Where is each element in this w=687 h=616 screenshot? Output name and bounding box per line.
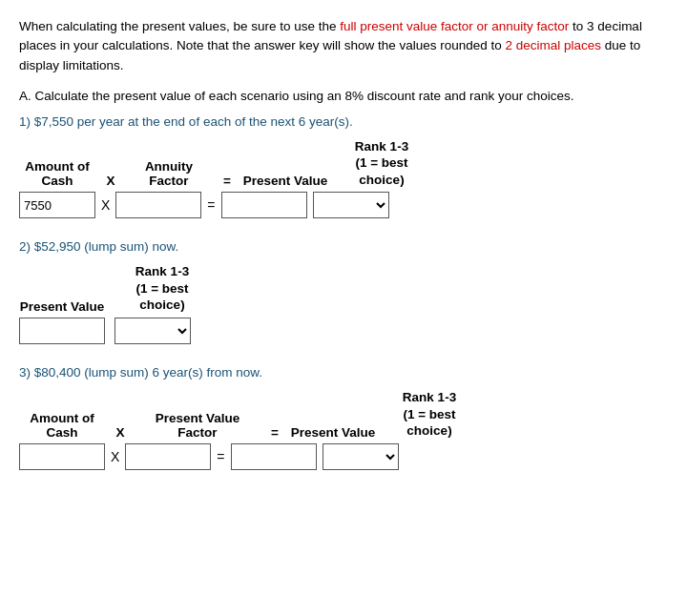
scenario-2-present-input[interactable] [19, 318, 105, 344]
scenario-2-inputs: 1 2 3 [19, 318, 668, 344]
scenario-1-present-input[interactable] [221, 192, 307, 218]
scenario-3-label: 3) $80,400 (lump sum) 6 year(s) from now… [19, 365, 668, 380]
scenario-1-annuity-input[interactable] [115, 192, 201, 218]
scenario-3-cash-input[interactable] [19, 443, 105, 470]
scenario-2-rank-select[interactable]: 1 2 3 [114, 318, 191, 344]
scenario-1-cash-input[interactable] [19, 192, 95, 218]
intro-highlight2: 2 decimal places [506, 38, 602, 52]
scenario-1-rank-select[interactable]: 1 2 3 [313, 192, 389, 218]
section-a-header: A. Calculate the present value of each s… [19, 89, 668, 103]
scenario-3-rank-select[interactable]: 1 2 3 [323, 443, 399, 470]
scenario-3-block: 3) $80,400 (lump sum) 6 year(s) from now… [19, 365, 668, 470]
header-pvfactor-3: Present Value Factor [135, 411, 260, 440]
intro-highlight1: full present value factor or annuity fac… [340, 19, 569, 33]
scenario-2-label: 2) $52,950 (lump sum) now. [19, 239, 668, 254]
header-rank-1: Rank 1-3(1 = best choice) [344, 138, 420, 189]
scenario-1-eq-operator: = [207, 197, 215, 213]
header-cash-3: Amount of Cash [19, 411, 105, 440]
header-x-1: X [101, 174, 120, 188]
intro-text-before: When calculating the present values, be … [19, 19, 340, 33]
header-present-1: Present Value [242, 174, 328, 188]
scenario-3-headers: Amount of Cash X Present Value Factor = … [19, 389, 668, 440]
scenario-3-eq-operator: = [217, 449, 224, 464]
scenario-1-x-operator: X [101, 197, 110, 213]
intro-paragraph: When calculating the present values, be … [19, 17, 668, 75]
header-rank-2: Rank 1-3(1 = best choice) [124, 263, 200, 314]
header-present-3: Present Value [290, 425, 376, 440]
scenario-2-block: 2) $52,950 (lump sum) now. Present Value… [19, 239, 668, 344]
scenario-3-inputs: X = 1 2 3 [19, 443, 668, 470]
scenario-2-headers: Present Value Rank 1-3(1 = best choice) [19, 263, 668, 314]
scenario-1-label: 1) $7,550 per year at the end of each of… [19, 114, 668, 129]
header-rank-3: Rank 1-3(1 = best choice) [391, 389, 468, 440]
header-eq-3: = [265, 425, 284, 440]
scenario-1-inputs: X = 1 2 3 [19, 192, 668, 218]
header-annuity-1: Annuity Factor [126, 159, 212, 188]
header-x-3: X [111, 425, 130, 440]
scenario-3-x-operator: X [111, 449, 119, 464]
scenario-3-pvfactor-input[interactable] [125, 443, 211, 470]
scenario-1-headers: Amount of Cash X Annuity Factor = Presen… [19, 138, 668, 189]
header-eq-1: = [218, 174, 237, 188]
header-present-2: Present Value [19, 299, 105, 314]
scenario-3-present-input[interactable] [231, 443, 317, 470]
header-cash-1: Amount of Cash [19, 159, 95, 188]
scenario-1-block: 1) $7,550 per year at the end of each of… [19, 114, 668, 219]
